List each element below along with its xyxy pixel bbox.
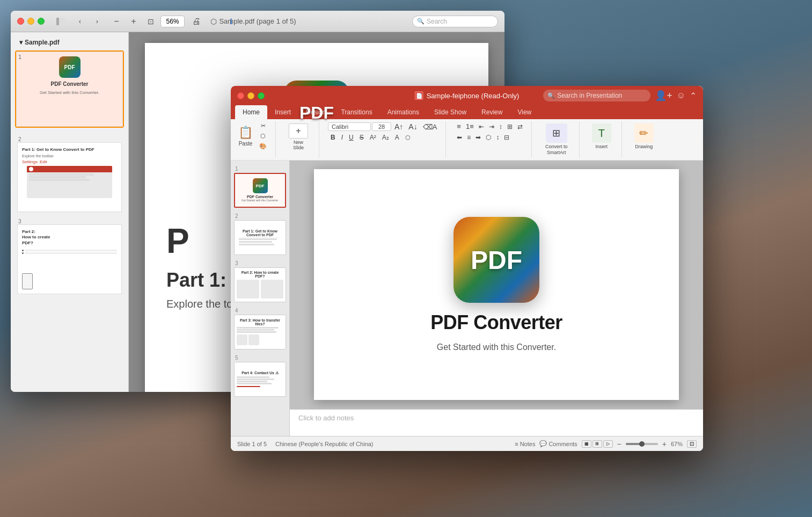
ppt-search-icon: 🔍 — [547, 92, 555, 99]
insert-button[interactable]: T Insert — [588, 121, 615, 151]
slide-thumb-3[interactable]: 3 Part 2: How to create PDF? — [233, 259, 287, 303]
insert-icon: T — [592, 123, 611, 143]
ppt-close-button[interactable] — [237, 92, 244, 99]
tab-home[interactable]: Home — [235, 105, 267, 119]
ppt-minimize-button[interactable] — [247, 92, 254, 99]
font-size-up[interactable]: A↑ — [392, 121, 405, 132]
comments-toggle[interactable]: 💬 Comments — [539, 440, 577, 447]
pdf-sidebar-toggle[interactable] — [53, 15, 68, 28]
pdf-titlebar: ‹ › − + ⊡ 56% 🖨 ⬡ ℹ 🔍 Search Sample.pdf … — [11, 11, 504, 32]
pdf-maximize-button[interactable] — [38, 18, 45, 25]
copy-button[interactable]: ⬡ — [257, 132, 269, 141]
pdf-close-button[interactable] — [17, 18, 24, 25]
numbered-list-button[interactable]: 1≡ — [464, 121, 476, 132]
increase-indent-button[interactable]: ⇥ — [487, 121, 496, 132]
pdf-print-button[interactable]: 🖨 — [189, 15, 204, 28]
pdf-thumb-title-2: Part 1: Get to Know Convert to PDF — [22, 147, 117, 152]
reading-view-button[interactable]: ▷ — [603, 440, 613, 448]
subscript-button[interactable]: A₂ — [379, 133, 392, 142]
drawing-button[interactable]: ✏ Drawing — [631, 121, 657, 151]
pdf-thumbnail-3[interactable]: 3 Part 2:How to createPDF? — [15, 216, 124, 296]
new-slide-button[interactable]: + New Slide — [284, 121, 312, 152]
notes-icon: ≡ — [515, 441, 518, 447]
view-mode-buttons: ▦ ⊞ ▷ — [582, 440, 613, 448]
ppt-maximize-button[interactable] — [258, 92, 265, 99]
zoom-minus-icon[interactable]: − — [617, 440, 621, 448]
zoom-level: 67% — [671, 441, 683, 447]
tab-slideshow[interactable]: Slide Show — [427, 105, 474, 119]
pdf-forward-button[interactable]: › — [90, 15, 105, 28]
slide-sorter-button[interactable]: ⊞ — [592, 440, 602, 448]
ribbon-group-font: Calibri 28 A↑ A↓ ⌫A B I U S A² A₂ A ⬡ — [328, 121, 446, 158]
convert-smartart-button[interactable]: ⊞ Convert to SmartArt — [540, 121, 573, 158]
ppt-collapse-icon[interactable]: ⌃ — [690, 91, 697, 101]
paste-icon: 📋 — [238, 126, 253, 140]
paste-options: ✂ ⬡ 🎨 — [257, 121, 269, 151]
pdf-minimize-button[interactable] — [27, 18, 34, 25]
superscript-button[interactable]: A² — [367, 133, 379, 142]
paste-button[interactable]: 📋 Paste — [235, 123, 256, 149]
decrease-indent-button[interactable]: ⇤ — [477, 121, 486, 132]
slide-thumb-5[interactable]: 5 Part 4: Contact Us ⚠ — [233, 354, 287, 398]
columns-button[interactable]: ⊟ — [502, 133, 511, 142]
pdf-zoom-out-button[interactable]: − — [109, 15, 124, 28]
italic-button[interactable]: I — [339, 133, 346, 142]
statusbar-right: ≡ Notes 💬 Comments ▦ ⊞ ▷ − + 67% ⊡ — [515, 440, 697, 448]
ppt-window-title: Sample-feiphone (Read-Only) — [427, 92, 520, 100]
align-columns-button[interactable]: ⊞ — [505, 121, 515, 132]
pdf-search-bar[interactable]: 🔍 Search — [412, 16, 498, 27]
pdf-sidebar-arrow-icon: ▾ — [19, 39, 23, 46]
tab-transitions[interactable]: Transitions — [333, 105, 379, 119]
align-center-button[interactable]: ≡ — [465, 133, 473, 142]
pdf-back-button[interactable]: ‹ — [72, 15, 87, 28]
drawing-icon: ✏ — [634, 123, 654, 143]
line-spacing-button[interactable]: ↕ — [494, 133, 501, 142]
ppt-add-user-icon[interactable]: 👤+ — [655, 90, 672, 101]
pdf-zoom-input[interactable]: 56% — [160, 16, 185, 27]
slide-thumb-2[interactable]: 2 Part 1: Get to Know Convert to PDF — [233, 212, 287, 256]
notes-toggle[interactable]: ≡ Notes — [515, 441, 535, 447]
bullet-list-button[interactable]: ≡ — [455, 121, 463, 132]
align-right-button[interactable]: ➡ — [473, 133, 483, 142]
svg-rect-1 — [60, 18, 65, 25]
slide-thumb-1[interactable]: 1 PDF PDF Converter Get Started with thi… — [233, 165, 287, 209]
pdf-search-icon: 🔍 — [417, 18, 425, 25]
ppt-notes-area[interactable]: Click to add notes — [290, 409, 703, 436]
ppt-search-bar[interactable]: 🔍 Search in Presentation — [543, 90, 650, 101]
ppt-smiley-icon[interactable]: ☺ — [677, 91, 685, 100]
new-slide-icon: + — [289, 123, 308, 139]
normal-view-button[interactable]: ▦ — [582, 440, 591, 448]
pdf-zoom-in-button[interactable]: + — [126, 15, 141, 28]
pdf-thumbnail-2[interactable]: 2 Part 1: Get to Know Convert to PDF Exp… — [15, 134, 124, 214]
tab-insert[interactable]: Insert — [267, 105, 298, 119]
zoom-plus-icon[interactable]: + — [662, 440, 667, 448]
format-painter-button[interactable]: 🎨 — [257, 142, 269, 151]
font-size-selector[interactable]: 28 — [372, 122, 391, 131]
pdf-sidebar-title: ▾ Sample.pdf — [15, 37, 124, 50]
pdf-thumbnail-1[interactable]: 1 PDF PDF Converter Get Started with thi… — [15, 50, 124, 128]
cut-button[interactable]: ✂ — [257, 121, 269, 130]
tab-animations[interactable]: Animations — [380, 105, 427, 119]
pdf-thumb-content-1: PDF PDF Converter Get Started with this … — [16, 52, 123, 127]
font-name-selector[interactable]: Calibri — [328, 122, 371, 131]
ppt-slide-1[interactable]: PDF PDF Converter Get Started with this … — [314, 169, 679, 400]
font-color-button[interactable]: A — [392, 133, 402, 142]
align-left-button[interactable]: ⬅ — [455, 133, 464, 142]
highlight-button[interactable]: ⬡ — [403, 134, 413, 142]
strikethrough-button[interactable]: S — [357, 133, 367, 142]
tab-view[interactable]: View — [510, 105, 539, 119]
pdf-view-toggle — [53, 15, 68, 28]
clear-format-button[interactable]: ⌫A — [421, 122, 440, 132]
bold-button[interactable]: B — [328, 133, 338, 142]
pdf-thumb-title-3: Part 2:How to createPDF? — [22, 229, 117, 246]
justify-button[interactable]: ⬡ — [484, 133, 493, 142]
zoom-slider[interactable] — [626, 443, 658, 445]
smartart-text-button[interactable]: ⇄ — [515, 121, 525, 132]
text-direction-button[interactable]: ↕ — [497, 121, 504, 132]
tab-review[interactable]: Review — [474, 105, 510, 119]
font-size-down[interactable]: A↓ — [406, 121, 419, 132]
slide-thumb-4[interactable]: 4 Part 3: How to transfer files? — [233, 307, 287, 351]
pdf-zoom-fit-button[interactable]: ⊡ — [143, 15, 158, 28]
underline-button[interactable]: U — [346, 133, 356, 142]
fit-window-button[interactable]: ⊡ — [687, 440, 697, 448]
